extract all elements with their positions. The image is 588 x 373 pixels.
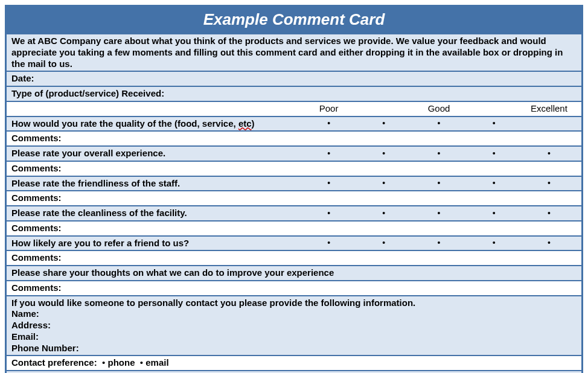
rating-dot[interactable]: • bbox=[411, 118, 466, 129]
q1-prefix: How would you rate the quality of the (f… bbox=[11, 118, 238, 129]
preference-label: Contact preference: bbox=[11, 357, 97, 368]
comments-row: Comments: bbox=[7, 251, 581, 266]
rating-dot[interactable]: • bbox=[356, 238, 411, 249]
rating-scale-header: Poor Good Excellent bbox=[7, 102, 581, 117]
rating-dot[interactable]: • bbox=[467, 148, 522, 159]
improve-prompt-row: Please share your thoughts on what we ca… bbox=[7, 266, 581, 281]
rating-dot[interactable]: • bbox=[411, 178, 466, 189]
contact-phone-label: Phone Number: bbox=[11, 343, 577, 354]
scale-good: Good bbox=[411, 103, 466, 115]
contact-preference-row: Contact preference: • phone • email bbox=[7, 356, 581, 371]
rating-dot[interactable]: • bbox=[467, 118, 522, 129]
contact-name-label: Name: bbox=[11, 308, 577, 320]
rating-dot[interactable]: • bbox=[411, 238, 466, 249]
rating-dot[interactable]: • bbox=[522, 148, 577, 159]
rating-dot[interactable]: • bbox=[301, 178, 356, 189]
rating-dot[interactable]: • bbox=[301, 208, 356, 219]
rating-dot[interactable]: • bbox=[301, 238, 356, 249]
bullet-icon: • bbox=[140, 357, 143, 368]
scale-excellent: Excellent bbox=[522, 103, 577, 115]
q3-label: Please rate the friendliness of the staf… bbox=[11, 178, 301, 190]
q5-label: How likely are you to refer a friend to … bbox=[11, 238, 301, 249]
q4-label: Please rate the cleanliness of the facil… bbox=[11, 208, 301, 219]
rating-dot[interactable]: • bbox=[411, 208, 466, 219]
bullet-icon: • bbox=[102, 357, 105, 368]
rating-dot[interactable]: • bbox=[522, 238, 577, 249]
question-cleanliness: Please rate the cleanliness of the facil… bbox=[7, 206, 581, 222]
rating-dot[interactable]: • bbox=[356, 178, 411, 189]
question-overall: Please rate your overall experience. • •… bbox=[7, 147, 581, 162]
rating-dot[interactable]: • bbox=[467, 208, 522, 219]
comment-card: Example Comment Card We at ABC Company c… bbox=[5, 5, 583, 373]
question-quality: How would you rate the quality of the (f… bbox=[7, 117, 581, 132]
improve-prompt: Please share your thoughts on what we ca… bbox=[11, 267, 398, 279]
scale-poor: Poor bbox=[301, 103, 356, 115]
contact-prompt: If you would like someone to personally … bbox=[11, 298, 458, 309]
question-referral: How likely are you to refer a friend to … bbox=[7, 237, 581, 252]
q1-etc: etc bbox=[238, 118, 252, 129]
rating-dot[interactable]: • bbox=[356, 118, 411, 129]
comments-row: Comments: bbox=[7, 281, 581, 296]
rating-dot[interactable]: • bbox=[356, 208, 411, 219]
rating-dot[interactable]: • bbox=[301, 148, 356, 159]
card-title: Example Comment Card bbox=[7, 7, 581, 34]
date-row: Date: bbox=[7, 72, 581, 87]
comments-row: Comments: bbox=[7, 162, 581, 177]
comments-row: Comments: bbox=[7, 191, 581, 206]
rating-dot[interactable]: • bbox=[356, 148, 411, 159]
contact-info-section: If you would like someone to personally … bbox=[7, 296, 581, 357]
q1-suffix: ) bbox=[252, 118, 255, 129]
rating-dot[interactable]: • bbox=[522, 208, 577, 219]
contact-email-label: Email: bbox=[11, 331, 577, 343]
preference-email[interactable]: email bbox=[145, 357, 168, 368]
preference-phone[interactable]: phone bbox=[107, 357, 135, 368]
comments-row: Comments: bbox=[7, 132, 581, 147]
rating-dot[interactable]: • bbox=[411, 148, 466, 159]
contact-address-label: Address: bbox=[11, 320, 577, 331]
comments-row: Comments: bbox=[7, 222, 581, 237]
rating-dot[interactable]: • bbox=[467, 178, 522, 189]
rating-dot[interactable]: • bbox=[522, 178, 577, 189]
q2-label: Please rate your overall experience. bbox=[11, 148, 301, 159]
rating-dot[interactable]: • bbox=[301, 118, 356, 129]
question-friendliness: Please rate the friendliness of the staf… bbox=[7, 177, 581, 192]
type-row: Type of (product/service) Received: bbox=[7, 87, 581, 102]
rating-dot[interactable]: • bbox=[467, 238, 522, 249]
intro-text: We at ABC Company care about what you th… bbox=[7, 34, 581, 72]
